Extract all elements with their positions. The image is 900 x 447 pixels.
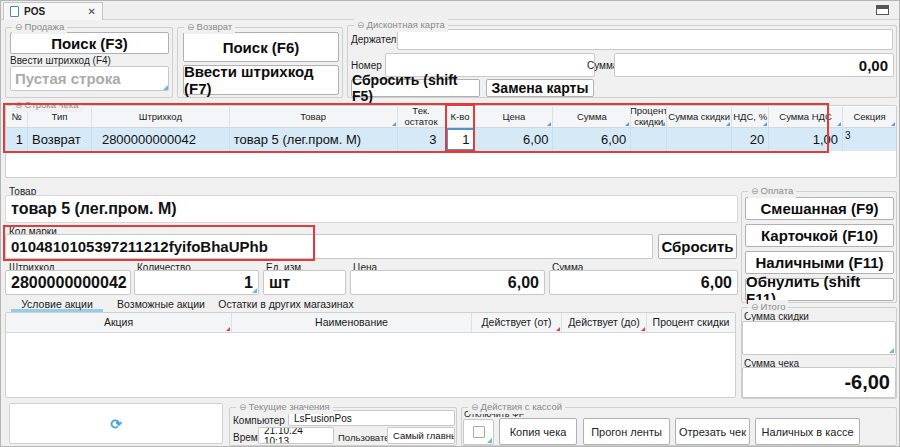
disable-fr-checkbox-field[interactable] — [463, 419, 494, 445]
payment-mixed-button[interactable]: Смешанная (F9) — [745, 197, 894, 220]
receipt-line-caption: ⊖Строка чека — [12, 98, 82, 112]
current-values-panel: ⊖Текущие значения Компьютер LsFusionPos … — [229, 407, 457, 446]
discount-card-caption: ⊖Дисконтная карта — [354, 18, 448, 32]
refund-barcode-button[interactable]: Ввести штрихкод (F7) — [183, 65, 339, 95]
total-panel: ⊖Итого Сумма скидки Сумма чека -6,00 — [741, 307, 897, 399]
cash-actions-panel: ⊖Действия с кассой Отключить ФР Копия че… — [461, 407, 897, 446]
collapse-icon[interactable]: ⊖ — [239, 402, 247, 412]
collapse-icon[interactable]: ⊖ — [751, 302, 759, 312]
promo-table: Акция Наименование Действует (от) Действ… — [5, 312, 736, 398]
cell-section[interactable]: 3 — [843, 128, 896, 151]
discount-sum-field[interactable] — [742, 321, 896, 355]
cell-qty-editor[interactable]: 1 — [446, 128, 476, 151]
tab-pos[interactable]: POS ✕ — [3, 2, 103, 20]
cell-number[interactable]: 1 — [6, 128, 28, 151]
refund-search-button[interactable]: Поиск (F6) — [183, 32, 339, 62]
qty-field[interactable]: 1 — [134, 270, 259, 295]
tape-run-button[interactable]: Прогон ленты — [583, 418, 670, 445]
cash-actions-caption: ⊖Действия с кассой — [468, 400, 565, 414]
cell-sum[interactable]: 6,00 — [553, 128, 631, 151]
collapse-icon[interactable]: ⊖ — [187, 22, 195, 32]
restore-window-icon[interactable] — [876, 5, 889, 15]
mark-reset-button[interactable]: Сбросить — [658, 234, 737, 259]
disable-fr-checkbox[interactable] — [473, 426, 485, 438]
tab-bar: POS ✕ — [1, 1, 900, 20]
col-discount-pct[interactable]: Процент скидки — [631, 107, 667, 127]
col-discount-sum[interactable]: Сумма скидки — [667, 107, 732, 127]
time-field[interactable]: 21.10.24 10:13 — [258, 427, 334, 444]
col-price[interactable]: Цена — [475, 107, 553, 127]
cash-in-register-button[interactable]: Наличных в кассе — [755, 418, 860, 445]
col-vat-pct[interactable]: НДС, % — [732, 107, 769, 127]
discount-card-title: Дисконтная карта — [367, 19, 445, 30]
unit-field[interactable]: шт — [263, 270, 346, 295]
tab-other-stores-stock[interactable]: Остатки в других магазинах — [216, 296, 356, 312]
promo-col-discount-pct[interactable]: Процент скидки — [647, 313, 735, 332]
payment-panel-caption: ⊖Оплата — [748, 184, 796, 198]
collapse-icon[interactable]: ⊖ — [15, 100, 23, 110]
refund-panel: ⊖Возврат Поиск (F6) Ввести штрихкод (F7) — [177, 27, 343, 98]
current-values-title: Текущие значения — [249, 401, 330, 412]
col-barcode[interactable]: Штрихкод — [92, 107, 230, 127]
promo-col-valid-from[interactable]: Действует (от) — [472, 313, 562, 332]
cell-vat-sum[interactable]: 1,00 — [769, 128, 843, 151]
total-panel-caption: ⊖Итого — [748, 300, 788, 314]
tab-promo-conditions[interactable]: Условие акции — [11, 296, 103, 312]
cell-stock[interactable]: 3 — [398, 128, 446, 151]
discount-card-panel: ⊖Дисконтная карта Держатель Номер Сумма … — [347, 25, 897, 98]
payment-panel: ⊖Оплата Смешанная (F9) Карточкой (F10) Н… — [741, 191, 897, 303]
cut-receipt-button[interactable]: Отрезать чек — [675, 418, 750, 445]
col-product[interactable]: Товар — [230, 107, 398, 127]
cell-discount-pct[interactable] — [631, 128, 667, 151]
sale-panel: ⊖Продажа Поиск (F3) Ввести штрихкод (F4) — [5, 27, 173, 98]
receipt-sum-field: -6,00 — [742, 367, 896, 398]
cell-discount-sum[interactable] — [667, 128, 732, 151]
collapse-icon[interactable]: ⊖ — [751, 186, 759, 196]
cell-price[interactable]: 6,00 — [475, 128, 553, 151]
sum-field[interactable]: 6,00 — [549, 270, 738, 295]
promo-col-valid-to[interactable]: Действует (до) — [562, 313, 647, 332]
card-reset-button[interactable]: Сбросить (shift F5) — [351, 79, 480, 97]
barcode-field[interactable]: 2800000000042 — [5, 270, 131, 295]
cell-barcode[interactable]: 2800000000042 — [92, 128, 230, 151]
sale-search-button[interactable]: Поиск (F3) — [10, 32, 169, 54]
cell-product[interactable]: товар 5 (лег.пром. М) — [230, 128, 398, 151]
collapse-icon[interactable]: ⊖ — [471, 402, 479, 412]
card-replace-button[interactable]: Замена карты — [486, 79, 594, 97]
sale-barcode-label: Ввести штрихкод (F4) — [10, 55, 111, 66]
cell-vat-pct[interactable]: 20 — [732, 128, 769, 151]
tab-promo-possible[interactable]: Возможные акции — [113, 296, 209, 312]
payment-card-button[interactable]: Карточкой (F10) — [745, 224, 894, 247]
collapse-icon[interactable]: ⊖ — [357, 20, 365, 30]
price-field[interactable]: 6,00 — [350, 270, 545, 295]
user-field[interactable]: Самый главны... — [387, 427, 455, 444]
col-stock[interactable]: Тек. остаток — [398, 107, 446, 127]
col-qty[interactable]: К-во — [446, 107, 476, 127]
mark-code-field[interactable]: 0104810105397211212fyifoBhaUPhb — [5, 234, 653, 259]
payment-panel-title: Оплата — [761, 185, 794, 196]
receipt-copy-button[interactable]: Копия чека — [499, 418, 577, 445]
document-icon — [10, 6, 19, 17]
card-number-label: Номер — [351, 60, 382, 71]
cell-type[interactable]: Возврат — [28, 128, 92, 151]
holder-field[interactable] — [397, 29, 893, 50]
col-section[interactable]: Секция — [843, 107, 896, 127]
col-vat-sum[interactable]: Сумма НДС — [769, 107, 843, 127]
col-sum[interactable]: Сумма — [553, 107, 631, 127]
total-panel-title: Итого — [761, 301, 786, 312]
card-sum-field[interactable]: 0,00 — [614, 53, 894, 77]
payment-cash-button[interactable]: Наличными (F11) — [745, 251, 894, 274]
payment-clear-button[interactable]: Обнулить (shift F11) — [745, 278, 894, 301]
promo-col-name[interactable]: Наименование — [232, 313, 472, 332]
promo-col-action[interactable]: Акция — [6, 313, 232, 332]
promo-table-body[interactable] — [6, 333, 735, 397]
sale-barcode-input[interactable] — [10, 66, 169, 91]
collapse-icon[interactable]: ⊖ — [15, 22, 23, 32]
sale-panel-title: Продажа — [25, 21, 65, 32]
refresh-button[interactable]: ⟳ — [9, 403, 223, 444]
cash-actions-title: Действия с кассой — [481, 401, 563, 412]
receipt-table-row[interactable]: 1 Возврат 2800000000042 товар 5 (лег.про… — [6, 128, 896, 151]
close-tab-icon[interactable]: ✕ — [88, 6, 96, 17]
refresh-icon: ⟳ — [110, 417, 122, 431]
sale-panel-caption: ⊖Продажа — [12, 20, 67, 34]
